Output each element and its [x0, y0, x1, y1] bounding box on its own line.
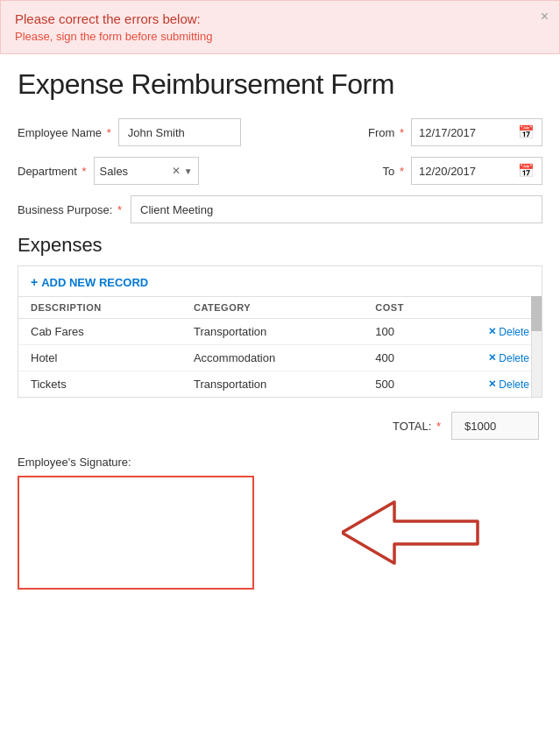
to-date-value: 12/20/2017 [419, 165, 513, 178]
error-title: Please correct the errors below: [15, 11, 528, 26]
plus-icon: + [31, 275, 38, 289]
row-actions: ✕ Delete [454, 371, 542, 398]
from-date-value: 12/17/2017 [419, 126, 513, 139]
from-date-group: From * 12/17/2017 📅 [368, 118, 542, 146]
expenses-table-body: Cab Fares Transportation 100 ✕ Delete Ho… [18, 319, 542, 398]
department-to-row: Department * Sales ✕ ▼ To * 12/20/2017 📅 [18, 157, 542, 185]
department-select[interactable]: Sales ✕ ▼ [94, 157, 199, 185]
col-description: DESCRIPTION [18, 297, 181, 319]
employee-name-label: Employee Name * [18, 126, 111, 139]
from-label: From * [368, 126, 404, 139]
business-purpose-row: Business Purpose: * [18, 195, 542, 223]
delete-label: Delete [499, 326, 529, 338]
expenses-table-header: DESCRIPTION CATEGORY COST [18, 297, 542, 319]
delete-button[interactable]: ✕ Delete [488, 326, 529, 338]
delete-label: Delete [499, 378, 529, 391]
add-record-button[interactable]: + ADD NEW RECORD [18, 275, 160, 289]
row-category: Accommodation [181, 345, 363, 371]
calendar-icon-from[interactable]: 📅 [518, 124, 535, 140]
table-row: Tickets Transportation 500 ✕ Delete [18, 371, 542, 398]
add-record-label: ADD NEW RECORD [41, 276, 148, 289]
arrow-icon [342, 498, 482, 568]
col-category: CATEGORY [181, 297, 363, 319]
employee-name-group: Employee Name * [18, 118, 241, 146]
to-date-group: To * 12/20/2017 📅 [383, 157, 542, 185]
close-icon[interactable]: × [541, 10, 549, 24]
col-actions [454, 297, 542, 319]
table-row: Hotel Accommodation 400 ✕ Delete [18, 345, 542, 371]
delete-x-icon: ✕ [488, 352, 496, 364]
row-category: Transportation [181, 371, 363, 398]
form-title: Expense Reimbursement Form [18, 68, 542, 101]
to-label: To * [383, 165, 404, 178]
arrow-container [280, 498, 542, 568]
delete-x-icon: ✕ [488, 378, 496, 390]
department-value: Sales [100, 165, 168, 178]
error-banner: Please correct the errors below: Please,… [0, 0, 560, 54]
signature-box[interactable] [18, 476, 254, 590]
delete-button[interactable]: ✕ Delete [488, 352, 529, 364]
employee-name-input[interactable] [118, 118, 241, 146]
col-cost: COST [363, 297, 454, 319]
department-controls: ✕ ▼ [172, 165, 193, 177]
expenses-section-title: Expenses [18, 234, 542, 257]
row-cost: 500 [363, 371, 454, 398]
row-cost: 400 [363, 345, 454, 371]
expenses-table-container: DESCRIPTION CATEGORY COST Cab Fares Tran… [18, 296, 542, 397]
from-date-wrapper[interactable]: 12/17/2017 📅 [411, 118, 542, 146]
department-label: Department * [18, 165, 87, 178]
row-description: Hotel [18, 345, 181, 371]
row-actions: ✕ Delete [454, 345, 542, 371]
main-content: Expense Reimbursement Form Employee Name… [0, 68, 560, 616]
department-dropdown-icon[interactable]: ▼ [184, 166, 193, 176]
employee-from-row: Employee Name * From * 12/17/2017 📅 [18, 118, 542, 146]
row-actions: ✕ Delete [454, 319, 542, 345]
row-cost: 100 [363, 319, 454, 345]
scrollbar[interactable] [531, 296, 542, 397]
business-purpose-input[interactable] [131, 195, 542, 223]
business-purpose-label: Business Purpose: * [18, 203, 122, 216]
svg-marker-0 [342, 502, 478, 563]
calendar-icon-to[interactable]: 📅 [518, 163, 535, 179]
department-group: Department * Sales ✕ ▼ [18, 157, 199, 185]
row-description: Cab Fares [18, 319, 181, 345]
row-description: Tickets [18, 371, 181, 398]
total-value: $1000 [451, 412, 539, 440]
delete-x-icon: ✕ [488, 326, 496, 337]
row-category: Transportation [181, 319, 363, 345]
required-star: * [103, 126, 111, 139]
delete-button[interactable]: ✕ Delete [488, 378, 529, 391]
department-clear-icon[interactable]: ✕ [172, 165, 181, 177]
signature-area-row [18, 476, 542, 590]
total-label: TOTAL: * [393, 420, 441, 433]
expenses-table: DESCRIPTION CATEGORY COST Cab Fares Tran… [18, 296, 542, 397]
delete-label: Delete [499, 352, 529, 364]
error-message: Please, sign the form before submitting [15, 30, 528, 43]
total-row: TOTAL: * $1000 [18, 412, 542, 440]
to-date-wrapper[interactable]: 12/20/2017 📅 [411, 157, 542, 185]
scroll-thumb[interactable] [531, 296, 542, 331]
table-row: Cab Fares Transportation 100 ✕ Delete [18, 319, 542, 345]
signature-label: Employee's Signature: [18, 456, 542, 469]
expenses-box: + ADD NEW RECORD DESCRIPTION CATEGORY CO… [18, 265, 542, 398]
